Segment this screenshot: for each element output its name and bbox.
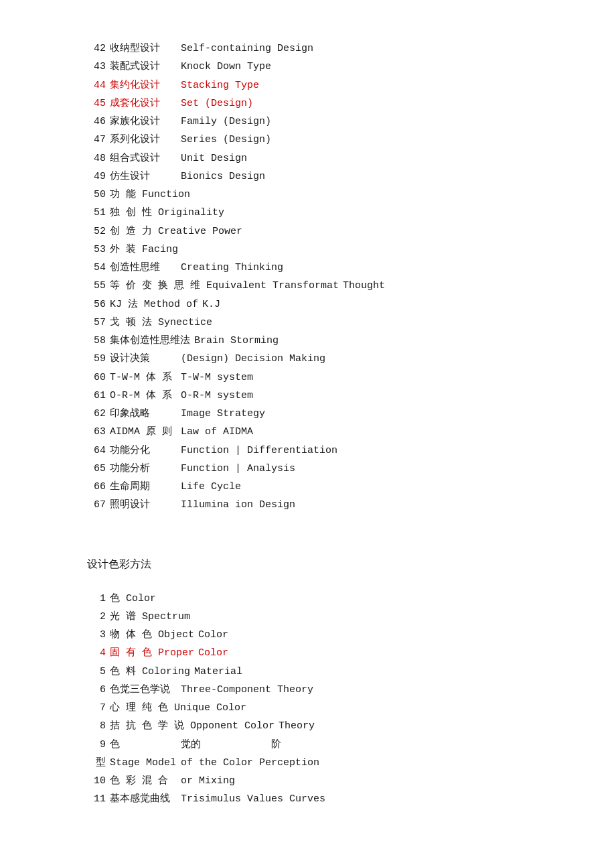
entry-english: Unit Design [181, 150, 529, 168]
entry-english: Knock Down Type [181, 58, 529, 76]
entry-number: 11 [87, 791, 106, 808]
entry-chinese: 外 装 Facing [110, 241, 178, 259]
list-item: 56KJ 法 Method ofK.J [87, 296, 529, 314]
list-item: 45成套化设计Set (Design) [87, 95, 529, 113]
entry-chinese: O-R-M 体 系 [110, 387, 177, 405]
entry-chinese: 色 [110, 736, 177, 754]
entry-chinese: 照明设计 [110, 497, 177, 514]
entry-chinese: 光 谱 Spectrum [110, 608, 190, 626]
entry-english: Family (Design) [181, 113, 529, 131]
entry-number: 7 [87, 700, 106, 717]
entry-chinese: 设计决策 [110, 350, 177, 368]
section2-title: 设计色彩方法 [87, 555, 529, 574]
entry-chinese: 拮 抗 色 学 说 Opponent Color [110, 718, 275, 735]
entry-chinese: 组合式设计 [110, 150, 177, 168]
entry-chinese: 创 造 力 Creative Power [110, 223, 242, 241]
entry-number: 61 [87, 387, 106, 405]
list-item: 10色 彩 混 合or Mixing [87, 773, 529, 790]
entry-chinese: 集约化设计 [110, 77, 177, 94]
entry-english: Stacking Type [181, 77, 529, 94]
entry-english: Trisimulus Values Curves [181, 791, 529, 808]
list-item: 4固 有 色 ProperColor [87, 645, 529, 662]
entry-number: 4 [87, 645, 106, 662]
entry-number: 10 [87, 773, 106, 790]
entry-chinese: 成套化设计 [110, 95, 177, 113]
entry-chinese: 系列化设计 [110, 131, 177, 149]
entry-number: 63 [87, 423, 106, 441]
list-item: 46家族化设计Family (Design) [87, 113, 529, 131]
entry-english: O-R-M system [181, 387, 529, 405]
list-item: 型Stage Modelof the Color Perception [87, 754, 529, 772]
list-item: 65功能分析Function | Analysis [87, 460, 529, 478]
entry-chinese: 独 创 性 Originality [110, 204, 224, 222]
list-item: 9色觉的 阶 [87, 736, 529, 754]
list-item: 60T-W-M 体 系T-W-M system [87, 369, 529, 387]
entry-number: 62 [87, 405, 106, 423]
list-item: 7心 理 纯 色 Unique Color [87, 700, 529, 717]
entry-chinese: AIDMA 原 则 [110, 423, 177, 441]
entry-number: 型 [87, 754, 106, 772]
entry-english: Color [198, 627, 529, 644]
entry-chinese: 仿生设计 [110, 168, 177, 186]
entry-number: 9 [87, 736, 106, 754]
entry-english: Law of AIDMA [181, 423, 529, 441]
entry-english: Life Cycle [181, 478, 529, 496]
entry-number: 58 [87, 332, 106, 350]
list-item: 47系列化设计Series (Design) [87, 131, 529, 149]
entry-chinese: 基本感觉曲线 [110, 791, 177, 808]
entry-number: 45 [87, 95, 106, 113]
entry-english: Function | Differentiation [181, 442, 529, 460]
main-content: 42收纳型设计Self-containing Design43装配式设计Knoc… [87, 40, 529, 809]
entry-english: Illumina ion Design [181, 497, 529, 514]
entry-number: 57 [87, 314, 106, 332]
list-item: 3物 体 色 ObjectColor [87, 627, 529, 644]
list-item: 67照明设计Illumina ion Design [87, 497, 529, 514]
entry-english: Theory [279, 718, 529, 735]
entry-number: 56 [87, 296, 106, 314]
entry-english: Bionics Design [181, 168, 529, 186]
list-item: 55等 价 变 换 思 维 Equivalent TransformatThou… [87, 277, 529, 295]
entry-number: 42 [87, 40, 106, 58]
entry-chinese: KJ 法 Method of [110, 296, 198, 314]
list-item: 63AIDMA 原 则Law of AIDMA [87, 423, 529, 441]
entry-number: 66 [87, 478, 106, 496]
entry-chinese: 固 有 色 Proper [110, 645, 194, 662]
list-item: 6色觉三色学说Three-Component Theory [87, 681, 529, 699]
entry-english: Creating Thinking [181, 259, 529, 277]
entry-chinese: T-W-M 体 系 [110, 369, 177, 387]
entry-number: 8 [87, 718, 106, 735]
entry-english: Brain Storming [194, 332, 529, 350]
entry-number: 52 [87, 223, 106, 241]
entry-number: 5 [87, 663, 106, 681]
entry-number: 65 [87, 460, 106, 478]
entry-number: 51 [87, 204, 106, 222]
entry-number: 54 [87, 259, 106, 277]
entry-chinese: 集体创造性思维法 [110, 332, 190, 350]
list-item: 50功 能 Function [87, 186, 529, 204]
list-item: 53外 装 Facing [87, 241, 529, 259]
list-item: 43装配式设计Knock Down Type [87, 58, 529, 76]
entry-chinese: 色觉三色学说 [110, 681, 177, 699]
entry-chinese: 印象战略 [110, 405, 177, 423]
entry-chinese: 色 彩 混 合 [110, 773, 177, 790]
list-item: 52创 造 力 Creative Power [87, 223, 529, 241]
entry-number: 46 [87, 113, 106, 131]
entry-chinese: Stage Model [110, 754, 177, 772]
entry-number: 2 [87, 608, 106, 626]
list-item: 62印象战略Image Strategy [87, 405, 529, 423]
entry-chinese: 色 Color [110, 590, 177, 608]
entry-chinese: 创造性思维 [110, 259, 177, 277]
entry-english: or Mixing [181, 773, 529, 790]
entry-number: 44 [87, 77, 106, 94]
entry-english: of the Color Perception [181, 754, 529, 772]
entry-english: (Design) Decision Making [181, 350, 529, 368]
entry-number: 48 [87, 150, 106, 168]
entry-number: 1 [87, 590, 106, 608]
list-item: 5色 料 ColoringMaterial [87, 663, 529, 681]
list-item: 44集约化设计Stacking Type [87, 77, 529, 94]
list-item: 42收纳型设计Self-containing Design [87, 40, 529, 58]
entry-chinese: 物 体 色 Object [110, 627, 194, 644]
entry-english: Self-containing Design [181, 40, 529, 58]
entry-number: 60 [87, 369, 106, 387]
entry-number: 43 [87, 58, 106, 76]
